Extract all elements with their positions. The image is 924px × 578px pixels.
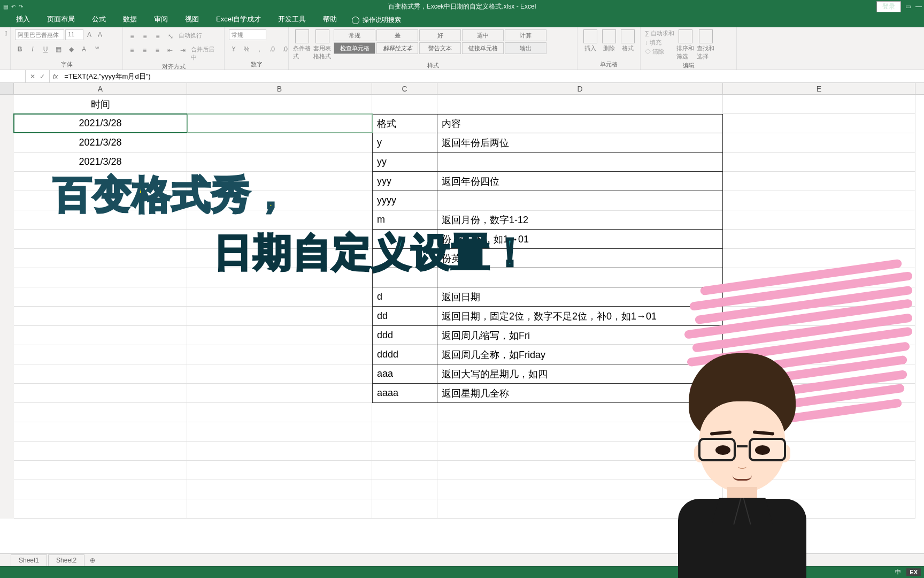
qat-redo-icon[interactable]: ↷	[19, 4, 23, 10]
cell-C1[interactable]	[372, 95, 437, 114]
cell-B19[interactable]	[187, 442, 372, 461]
cell-E8[interactable]	[723, 230, 915, 249]
cell-B11[interactable]	[187, 287, 372, 307]
cell-B14[interactable]	[187, 345, 372, 364]
cell-A11[interactable]	[14, 287, 187, 307]
cell-B20[interactable]	[187, 461, 372, 480]
cell-C21[interactable]	[372, 480, 437, 499]
login-button[interactable]: 登录	[876, 1, 901, 12]
conditional-format-button[interactable]: 条件格式	[293, 29, 311, 60]
cell-C5[interactable]: yyy	[372, 172, 437, 191]
tab-pagelayout[interactable]: 页面布局	[40, 12, 82, 27]
col-header-D[interactable]: D	[437, 83, 723, 94]
autosum-button[interactable]: ∑ 自动求和	[645, 29, 674, 37]
ribbon-options-icon[interactable]: ▭	[905, 3, 911, 10]
clear-button[interactable]: ◇ 清除	[645, 48, 674, 56]
orientation-icon[interactable]: ⤡	[166, 32, 175, 41]
col-header-A[interactable]: A	[14, 83, 187, 94]
select-all-corner[interactable]	[0, 83, 14, 94]
ime-indicator[interactable]: 中	[895, 568, 901, 576]
cell-C11[interactable]: d	[372, 287, 437, 307]
cell-A13[interactable]	[14, 326, 187, 345]
border-icon[interactable]: ▦	[53, 44, 63, 54]
cell-C6[interactable]: yyyy	[372, 191, 437, 210]
cell-C17[interactable]	[372, 403, 437, 422]
qat-undo-icon[interactable]: ↶	[11, 4, 16, 10]
cell-E4[interactable]	[723, 153, 915, 172]
cell-A16[interactable]	[14, 384, 187, 403]
fill-color-icon[interactable]: ◆	[66, 44, 76, 54]
tell-me-search[interactable]: 操作说明搜索	[346, 13, 406, 27]
tab-view[interactable]: 视图	[178, 12, 206, 27]
cell-C20[interactable]	[372, 461, 437, 480]
tab-data[interactable]: 数据	[116, 12, 144, 27]
cell-C4[interactable]: yy	[372, 153, 437, 172]
col-header-E[interactable]: E	[723, 83, 915, 94]
phonetic-icon[interactable]: ᵂ	[92, 44, 102, 54]
style-link[interactable]: 链接单元格	[462, 42, 504, 54]
wrap-text-button[interactable]: 自动换行	[179, 32, 202, 41]
col-header-B[interactable]: B	[187, 83, 372, 94]
style-check[interactable]: 检查单元格	[334, 42, 375, 54]
style-output[interactable]: 输出	[505, 42, 546, 54]
col-header-C[interactable]: C	[372, 83, 437, 94]
cell-D3[interactable]: 返回年份后两位	[437, 133, 723, 153]
currency-icon[interactable]: ¥	[229, 44, 238, 54]
align-top-icon[interactable]: ≡	[127, 32, 137, 41]
font-size-select[interactable]: 11	[65, 29, 83, 40]
cell-B1[interactable]	[187, 95, 372, 114]
cell-C16[interactable]: aaaa	[372, 384, 437, 403]
cell-E6[interactable]	[723, 191, 915, 210]
insert-cells-button[interactable]: 插入	[582, 29, 598, 52]
align-left-icon[interactable]: ≡	[127, 45, 137, 55]
cell-B22[interactable]	[187, 499, 372, 519]
style-neutral[interactable]: 适中	[462, 29, 504, 41]
cell-E5[interactable]	[723, 172, 915, 191]
italic-button[interactable]: I	[28, 44, 37, 54]
format-cells-button[interactable]: 格式	[619, 29, 636, 52]
cell-D6[interactable]	[437, 191, 723, 210]
cell-E1[interactable]	[723, 95, 915, 114]
tab-addin[interactable]: Excel自学成才	[209, 12, 268, 27]
qat-save-icon[interactable]: ▤	[3, 4, 8, 10]
cell-A21[interactable]	[14, 480, 187, 499]
fill-button[interactable]: ↓ 填充	[645, 39, 674, 47]
cell-D2[interactable]: 内容	[437, 114, 723, 133]
tab-review[interactable]: 审阅	[147, 12, 175, 27]
bold-button[interactable]: B	[15, 44, 25, 54]
cell-B17[interactable]	[187, 403, 372, 422]
cell-E2[interactable]	[723, 114, 915, 133]
tab-insert[interactable]: 插入	[9, 12, 37, 27]
clipboard-icon[interactable]: ▯	[4, 29, 7, 36]
cell-B12[interactable]	[187, 307, 372, 326]
cell-B3[interactable]	[187, 133, 372, 153]
sort-filter-button[interactable]: 排序和筛选	[676, 29, 695, 60]
tab-developer[interactable]: 开发工具	[271, 12, 313, 27]
find-select-button[interactable]: 查找和选择	[697, 29, 715, 60]
style-warn[interactable]: 警告文本	[419, 42, 461, 54]
cell-C22[interactable]	[372, 499, 437, 519]
cell-B18[interactable]	[187, 422, 372, 442]
cell-A8[interactable]	[14, 230, 187, 249]
cell-C18[interactable]	[372, 422, 437, 442]
cell-A9[interactable]	[14, 249, 187, 268]
increase-font-icon[interactable]: A	[84, 30, 94, 40]
add-sheet-button[interactable]: ⊕	[86, 555, 99, 566]
cell-A14[interactable]	[14, 345, 187, 364]
percent-icon[interactable]: %	[242, 44, 251, 54]
comma-icon[interactable]: ,	[255, 44, 264, 54]
cell-C15[interactable]: aaa	[372, 364, 437, 384]
cell-C13[interactable]: ddd	[372, 326, 437, 345]
cell-A19[interactable]	[14, 442, 187, 461]
cell-B16[interactable]	[187, 384, 372, 403]
style-normal[interactable]: 常规	[334, 29, 375, 41]
style-bad[interactable]: 差	[376, 29, 418, 41]
sheet-tab-2[interactable]: Sheet2	[48, 554, 84, 566]
cell-D4[interactable]	[437, 153, 723, 172]
cell-C19[interactable]	[372, 442, 437, 461]
cell-A12[interactable]	[14, 307, 187, 326]
cell-A1[interactable]: 时间	[14, 95, 187, 114]
align-mid-icon[interactable]: ≡	[140, 32, 150, 41]
font-color-icon[interactable]: A	[79, 44, 89, 54]
cell-A22[interactable]	[14, 499, 187, 519]
